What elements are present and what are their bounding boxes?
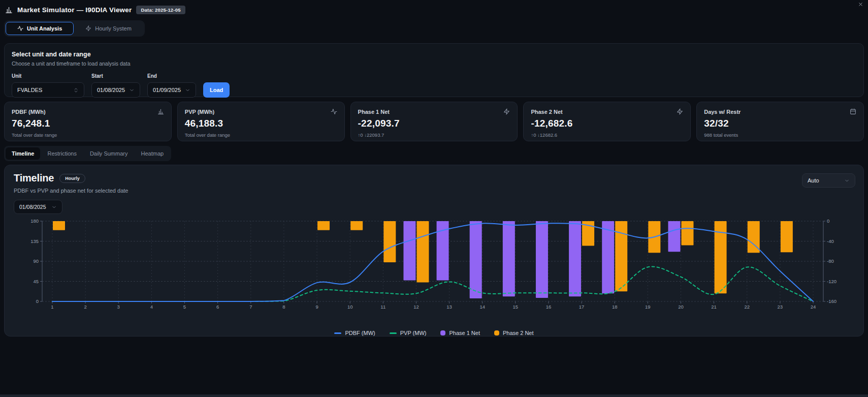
- unit-date-selector-card: Select unit and date range Choose a unit…: [4, 43, 864, 97]
- svg-text:20: 20: [678, 304, 684, 310]
- tab-daily-summary[interactable]: Daily Summary: [84, 147, 134, 160]
- mode-value: Auto: [808, 177, 819, 184]
- selector-title: Select unit and date range: [12, 51, 856, 58]
- start-value: 01/08/2025: [97, 87, 125, 93]
- stat-label: Days w/ Restr: [704, 109, 741, 115]
- chart-legend: PDBF (MW) PVP (MW) Phase 1 Net Phase 2 N…: [14, 330, 854, 336]
- svg-text:-160: -160: [827, 298, 837, 304]
- svg-text:17: 17: [579, 304, 585, 310]
- stat-value: 32/32: [704, 118, 856, 129]
- bar-chart-icon: [157, 108, 164, 115]
- legend-swatch: [440, 330, 445, 335]
- stat-subtext: Total over date range: [12, 132, 164, 138]
- svg-text:14: 14: [479, 304, 485, 310]
- tab-hourly-system[interactable]: Hourly System: [74, 22, 143, 35]
- legend-phase1[interactable]: Phase 1 Net: [440, 330, 480, 336]
- zap-icon: [85, 25, 91, 32]
- activity-icon: [17, 25, 23, 32]
- unit-value: FVALDES: [17, 87, 42, 93]
- legend-pdbf[interactable]: PDBF (MW): [334, 330, 375, 336]
- stat-label: PVP (MWh): [185, 109, 214, 115]
- calendar-icon: [850, 108, 856, 115]
- svg-text:8: 8: [282, 304, 285, 310]
- tab-unit-analysis[interactable]: Unit Analysis: [6, 22, 74, 35]
- chart-date-select[interactable]: 01/08/2025: [14, 200, 62, 214]
- svg-text:9: 9: [315, 304, 318, 310]
- stat-label: PDBF (MWh): [12, 109, 46, 115]
- end-value: 01/09/2025: [153, 87, 181, 93]
- stat-card-days-restr: Days w/ Restr 32/32 988 total events: [696, 102, 864, 141]
- svg-text:0: 0: [827, 218, 829, 224]
- svg-text:10: 10: [347, 304, 353, 310]
- tab-heatmap[interactable]: Heatmap: [135, 147, 170, 160]
- svg-text:16: 16: [546, 304, 552, 310]
- stat-value: 76,248.1: [12, 118, 164, 129]
- chevron-down-icon: [844, 178, 850, 184]
- svg-text:180: 180: [30, 218, 39, 224]
- tab-timeline[interactable]: Timeline: [6, 147, 40, 160]
- stat-label: Phase 2 Net: [531, 109, 562, 115]
- stat-label: Phase 1 Net: [358, 109, 390, 115]
- mode-select[interactable]: Auto: [802, 173, 855, 188]
- svg-text:13: 13: [446, 304, 452, 310]
- chevron-down-icon: [185, 87, 190, 93]
- svg-text:5: 5: [183, 304, 186, 310]
- svg-text:7: 7: [249, 304, 252, 310]
- stat-card-phase1: Phase 1 Net -22,093.7 ↑0 ↓22093.7: [350, 102, 518, 141]
- start-label: Start: [91, 73, 140, 79]
- tab-restrictions[interactable]: Restrictions: [41, 147, 82, 160]
- main-tabs: Unit Analysis Hourly System: [4, 20, 145, 37]
- stat-value: -22,093.7: [358, 118, 510, 129]
- stat-value: -12,682.6: [531, 118, 683, 129]
- svg-text:3: 3: [117, 304, 120, 310]
- svg-text:135: 135: [30, 238, 39, 244]
- stat-card-phase2: Phase 2 Net -12,682.6 ↑0 ↓12682.6: [523, 102, 691, 141]
- tab-label: Unit Analysis: [27, 25, 62, 32]
- stat-card-pvp: PVP (MWh) 46,188.3 Total over date range: [177, 102, 345, 141]
- timeline-chart: 045901351800-40-80-120-16012345678910111…: [14, 216, 854, 329]
- stat-subtext: 988 total events: [704, 132, 856, 138]
- end-date-select[interactable]: 01/09/2025: [147, 82, 196, 98]
- svg-text:6: 6: [216, 304, 219, 310]
- data-date-badge: Data: 2025-12-05: [136, 6, 185, 14]
- svg-text:23: 23: [778, 304, 783, 310]
- svg-text:90: 90: [33, 258, 39, 264]
- stat-subtext: ↑0 ↓22093.7: [358, 132, 510, 138]
- svg-text:24: 24: [811, 304, 816, 310]
- svg-text:0: 0: [36, 298, 39, 304]
- start-date-select[interactable]: 01/08/2025: [91, 82, 140, 98]
- unit-select[interactable]: FVALDES: [12, 82, 84, 98]
- svg-text:45: 45: [33, 279, 39, 284]
- legend-swatch: [334, 332, 341, 334]
- view-tabs: Timeline Restrictions Daily Summary Heat…: [4, 146, 171, 161]
- zap-icon: [677, 108, 683, 115]
- selector-subtitle: Choose a unit and timeframe to load anal…: [12, 60, 856, 67]
- svg-text:15: 15: [513, 304, 519, 310]
- svg-text:18: 18: [612, 304, 618, 310]
- chevrons-up-down-icon: [73, 87, 79, 93]
- end-label: End: [147, 73, 196, 79]
- chart-date-value: 01/08/2025: [19, 204, 46, 210]
- chart-subtitle: PDBF vs PVP and phase net for selected d…: [14, 188, 854, 194]
- stat-subtext: Total over date range: [185, 132, 337, 138]
- load-button[interactable]: Load: [203, 82, 230, 98]
- activity-icon: [331, 108, 337, 115]
- stats-row: PDBF (MWh) 76,248.1 Total over date rang…: [4, 102, 864, 141]
- bar-chart-icon: [5, 6, 13, 14]
- timeline-card: Timeline Hourly Auto PDBF vs PVP and pha…: [4, 165, 864, 337]
- legend-swatch: [390, 332, 397, 334]
- svg-text:1: 1: [51, 304, 53, 310]
- svg-text:12: 12: [413, 304, 419, 310]
- app-window: Market Simulator — I90DIA Viewer Data: 2…: [0, 0, 868, 397]
- header: Market Simulator — I90DIA Viewer Data: 2…: [0, 0, 868, 16]
- svg-text:4: 4: [150, 304, 153, 310]
- legend-phase2[interactable]: Phase 2 Net: [494, 330, 534, 336]
- close-icon[interactable]: [858, 2, 863, 7]
- svg-text:-120: -120: [827, 279, 837, 284]
- stat-card-pdbf: PDBF (MWh) 76,248.1 Total over date rang…: [4, 102, 172, 141]
- hourly-badge: Hourly: [59, 174, 85, 183]
- bottom-strip: [0, 394, 868, 397]
- svg-text:-80: -80: [827, 258, 834, 264]
- legend-pvp[interactable]: PVP (MW): [390, 330, 427, 336]
- svg-text:2: 2: [84, 304, 86, 310]
